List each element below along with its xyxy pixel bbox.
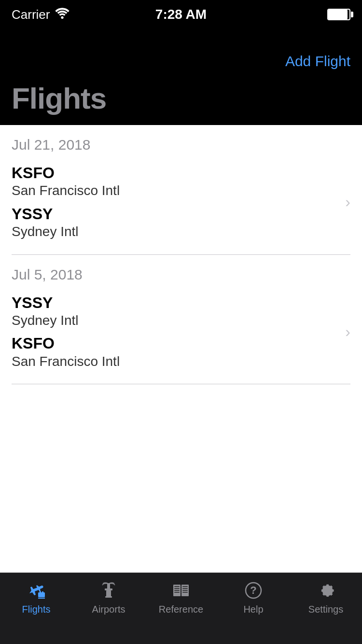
tab-settings-label: Settings <box>308 604 343 615</box>
tab-flights[interactable]: Flights <box>0 580 72 615</box>
carrier-label: Carrier <box>12 7 50 22</box>
wifi-icon <box>55 7 70 22</box>
tab-help-label: Help <box>243 604 263 615</box>
flight-airports-2: YSSY Sydney Intl KSFO San Francisco Intl <box>12 294 337 371</box>
help-tab-icon: ? <box>241 580 266 601</box>
origin-name-2: Sydney Intl <box>12 312 337 329</box>
tab-airports-label: Airports <box>92 604 125 615</box>
chevron-right-icon-1: › <box>345 193 350 211</box>
tab-reference-label: Reference <box>159 604 203 615</box>
flight-airports-1: KSFO San Francisco Intl YSSY Sydney Intl <box>12 164 337 241</box>
svg-rect-13 <box>174 590 180 591</box>
tab-reference[interactable]: Reference <box>145 580 217 615</box>
chevron-right-icon-2: › <box>345 323 350 341</box>
flight-date-1: Jul 21, 2018 <box>12 137 350 153</box>
dest-code-2: KSFO <box>12 334 337 352</box>
svg-rect-12 <box>174 588 180 589</box>
page-title: Flights <box>12 81 350 115</box>
origin-code-1: KSFO <box>12 164 337 182</box>
svg-rect-14 <box>174 592 180 593</box>
svg-rect-6 <box>105 588 112 590</box>
svg-rect-8 <box>105 596 112 598</box>
dest-name-1: Sydney Intl <box>12 223 337 240</box>
svg-rect-3 <box>42 591 43 593</box>
tab-flights-label: Flights <box>22 604 51 615</box>
svg-rect-18 <box>182 592 188 593</box>
tab-settings[interactable]: Settings <box>290 580 362 615</box>
origin-code-2: YSSY <box>12 294 337 312</box>
svg-rect-17 <box>182 590 188 591</box>
dest-name-2: San Francisco Intl <box>12 353 337 370</box>
svg-rect-16 <box>182 588 188 589</box>
status-bar: Carrier 7:28 AM <box>0 0 362 29</box>
tab-help[interactable]: ? Help <box>217 580 290 615</box>
battery-icon <box>327 9 350 20</box>
divider-2 <box>12 384 350 384</box>
svg-point-0 <box>61 16 64 18</box>
flight-row-2[interactable]: YSSY Sydney Intl KSFO San Francisco Intl… <box>12 290 350 375</box>
flight-item-2[interactable]: Jul 5, 2018 YSSY Sydney Intl KSFO San Fr… <box>0 255 362 385</box>
settings-tab-icon <box>313 580 338 601</box>
time-display: 7:28 AM <box>155 7 207 22</box>
flight-item-1[interactable]: Jul 21, 2018 KSFO San Francisco Intl YSS… <box>0 125 362 255</box>
flight-date-2: Jul 5, 2018 <box>12 266 350 283</box>
airports-tab-icon <box>96 580 121 601</box>
svg-rect-2 <box>40 591 41 593</box>
svg-text:?: ? <box>250 584 256 596</box>
title-area: Flights <box>0 77 362 125</box>
flights-tab-icon <box>24 580 49 601</box>
dest-code-1: YSSY <box>12 205 337 223</box>
navigation-bar: Add Flight <box>0 29 362 77</box>
tab-bar: Flights Airports <box>0 573 362 644</box>
svg-rect-15 <box>182 586 188 587</box>
svg-rect-11 <box>174 586 180 587</box>
svg-rect-1 <box>38 592 45 597</box>
svg-rect-7 <box>106 590 111 597</box>
tab-airports[interactable]: Airports <box>72 580 145 615</box>
reference-tab-icon <box>168 580 194 601</box>
origin-name-1: San Francisco Intl <box>12 182 337 199</box>
flight-row-1[interactable]: KSFO San Francisco Intl YSSY Sydney Intl… <box>12 160 350 245</box>
add-flight-button[interactable]: Add Flight <box>285 53 350 70</box>
flights-list: Jul 21, 2018 KSFO San Francisco Intl YSS… <box>0 125 362 384</box>
